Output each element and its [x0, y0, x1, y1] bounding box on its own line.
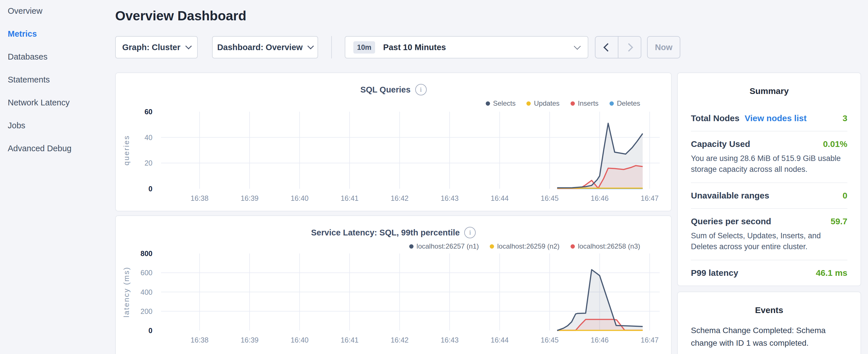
svg-text:40: 40 [145, 133, 152, 141]
summary-value: 3 [842, 114, 847, 123]
svg-text:16:39: 16:39 [241, 194, 259, 202]
legend-item[interactable]: localhost:26257 (n1) [409, 242, 479, 250]
chart-title: Service Latency: SQL, 99th percentile [311, 228, 460, 237]
legend-dot-icon [570, 244, 575, 249]
svg-text:16:44: 16:44 [491, 336, 509, 344]
view-nodes-list-link[interactable]: View nodes list [744, 114, 806, 123]
svg-text:16:38: 16:38 [191, 336, 209, 344]
svg-text:200: 200 [141, 307, 152, 315]
summary-subtext: Sum of Selects, Updates, Inserts, and De… [691, 230, 847, 252]
divider [331, 36, 332, 58]
legend-dot-icon [490, 244, 494, 249]
svg-text:queries: queries [122, 135, 131, 165]
summary-value: 0 [842, 191, 847, 200]
prev-interval-button[interactable] [595, 37, 618, 58]
chevron-down-icon [574, 43, 581, 50]
sidebar-item-metrics[interactable]: Metrics [8, 29, 111, 39]
legend-label: Selects [493, 99, 516, 107]
svg-text:16:38: 16:38 [191, 194, 209, 202]
summary-row: Unavailable ranges0 [691, 183, 847, 209]
summary-rows: Total NodesView nodes list3Capacity Used… [691, 106, 847, 286]
svg-text:16:47: 16:47 [641, 194, 659, 202]
svg-text:16:43: 16:43 [441, 336, 459, 344]
sidebar: OverviewMetricsDatabasesStatementsNetwor… [8, 6, 111, 167]
graph-dropdown-label: Graph: Cluster [122, 43, 180, 52]
info-icon[interactable]: i [415, 84, 427, 95]
events-panel: Events Schema Change Completed: Schema c… [677, 292, 861, 354]
sidebar-item-databases[interactable]: Databases [8, 52, 111, 62]
legend-dot-icon [570, 101, 575, 106]
time-range-badge: 10m [353, 41, 375, 54]
graph-dropdown[interactable]: Graph: Cluster [115, 36, 198, 58]
legend-label: localhost:26257 (n1) [417, 242, 479, 250]
svg-text:latency (ms): latency (ms) [122, 267, 131, 318]
svg-text:600: 600 [141, 269, 152, 277]
legend-dot-icon [409, 244, 413, 249]
sidebar-item-advanced-debug[interactable]: Advanced Debug [8, 144, 111, 153]
legend-item[interactable]: localhost:26258 (n3) [570, 242, 640, 250]
legend-dot-icon [610, 101, 614, 106]
chart-legend: localhost:26257 (n1)localhost:26259 (n2)… [409, 242, 640, 250]
svg-text:20: 20 [145, 159, 152, 167]
sidebar-item-overview[interactable]: Overview [8, 6, 111, 16]
events-list: Schema Change Completed: Schema change w… [678, 324, 861, 354]
next-interval-button[interactable] [618, 37, 641, 58]
svg-text:16:47: 16:47 [641, 336, 659, 344]
event-item[interactable]: Schema Change Completed: Schema change w… [691, 324, 847, 354]
svg-text:16:46: 16:46 [591, 336, 609, 344]
svg-text:400: 400 [141, 288, 152, 296]
svg-text:60: 60 [145, 108, 152, 116]
svg-text:16:42: 16:42 [391, 336, 409, 344]
sql-queries-chart-card: SQL Queries i SelectsUpdatesInsertsDelet… [115, 72, 672, 212]
summary-title: Summary [678, 86, 861, 96]
summary-row: Queries per second59.7Sum of Selects, Up… [691, 209, 847, 260]
event-timestamp: May 13, 2020 at 4:45 PM [691, 353, 847, 354]
legend-label: Deletes [617, 99, 640, 107]
time-nav-group [595, 36, 641, 58]
dashboard-dropdown[interactable]: Dashboard: Overview [212, 36, 318, 58]
info-icon[interactable]: i [464, 227, 476, 238]
summary-row: Total NodesView nodes list3 [691, 106, 847, 131]
svg-text:16:45: 16:45 [541, 194, 559, 202]
service-latency-chart-card: Service Latency: SQL, 99th percentile i … [115, 215, 672, 354]
legend-dot-icon [486, 101, 490, 106]
summary-panel: Summary Total NodesView nodes list3Capac… [677, 72, 861, 286]
legend-item[interactable]: Updates [526, 99, 559, 107]
sidebar-item-jobs[interactable]: Jobs [8, 121, 111, 130]
sidebar-item-statements[interactable]: Statements [8, 75, 111, 85]
legend-item[interactable]: localhost:26259 (n2) [490, 242, 559, 250]
chevron-left-icon [603, 43, 612, 52]
legend-item[interactable]: Selects [486, 99, 516, 107]
chevron-down-icon [308, 43, 314, 50]
controls-row: Graph: Cluster Dashboard: Overview 10m P… [115, 36, 680, 58]
event-text: Schema Change Completed: Schema change w… [691, 324, 847, 349]
time-range-picker[interactable]: 10m Past 10 Minutes [345, 36, 588, 58]
chart-title: SQL Queries [360, 85, 410, 95]
chart-legend: SelectsUpdatesInsertsDeletes [486, 99, 641, 107]
svg-text:16:39: 16:39 [241, 336, 259, 344]
legend-label: Inserts [578, 99, 599, 107]
summary-value: 0.01% [823, 139, 847, 149]
legend-label: localhost:26258 (n3) [578, 242, 640, 250]
svg-text:16:41: 16:41 [341, 194, 359, 202]
svg-text:16:41: 16:41 [341, 336, 359, 344]
summary-label: P99 latency [691, 268, 738, 278]
now-button[interactable]: Now [647, 36, 680, 58]
chart-title-row: Service Latency: SQL, 99th percentile i [116, 227, 671, 238]
svg-text:0: 0 [149, 326, 152, 334]
svg-text:16:45: 16:45 [541, 336, 559, 344]
summary-subtext: You are using 28.6 MiB of 515.9 GiB usab… [691, 153, 847, 175]
time-range-label: Past 10 Minutes [383, 43, 446, 52]
legend-dot-icon [526, 101, 531, 106]
events-title: Events [678, 305, 861, 315]
legend-item[interactable]: Deletes [610, 99, 640, 107]
chevron-right-icon [624, 43, 633, 52]
page: OverviewMetricsDatabasesStatementsNetwor… [0, 0, 868, 354]
sidebar-item-network-latency[interactable]: Network Latency [8, 98, 111, 107]
summary-row: P99 latency46.1 ms [691, 260, 847, 286]
legend-item[interactable]: Inserts [570, 99, 599, 107]
summary-row: Capacity Used0.01%You are using 28.6 MiB… [691, 131, 847, 183]
svg-text:16:46: 16:46 [591, 194, 609, 202]
summary-label: Unavailable ranges [691, 191, 769, 200]
svg-text:16:44: 16:44 [491, 194, 509, 202]
